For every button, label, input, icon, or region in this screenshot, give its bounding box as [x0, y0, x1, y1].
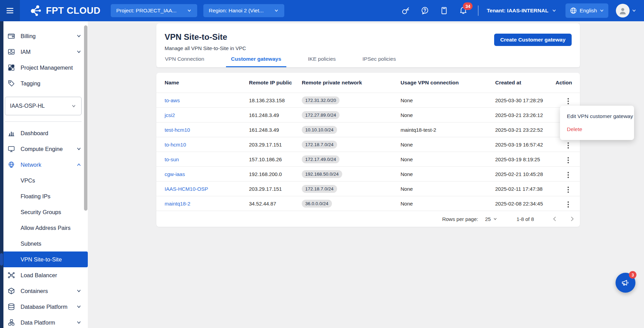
- remote-ip-cell: 34.52.44.87: [249, 201, 302, 207]
- sidebar-item-label: Containers: [21, 288, 48, 294]
- row-actions-kebab-icon[interactable]: [565, 141, 572, 150]
- sidebar-item-security-groups[interactable]: Security Groups: [3, 204, 88, 220]
- remote-private-network-pill: 172.31.32.0/20: [302, 96, 339, 104]
- created-at-cell: 2025-03-19 8:19:25: [495, 156, 556, 162]
- sidebar-item-floating-ips[interactable]: Floating IPs: [3, 188, 88, 204]
- docs-icon[interactable]: [440, 6, 449, 15]
- row-actions-kebab-icon[interactable]: [565, 185, 572, 194]
- gateway-name-link[interactable]: IAAS-HCM10-OSP: [165, 186, 249, 192]
- table-row: maintq18-2 34.52.44.87 36.0.0.0/24 None …: [156, 196, 580, 211]
- remote-ip-cell: 161.248.3.49: [249, 112, 302, 118]
- row-actions-kebab-icon[interactable]: [565, 156, 572, 165]
- sidebar-item-load-balancer[interactable]: Load Balancer: [3, 267, 88, 283]
- rows-per-page-select[interactable]: 25: [485, 216, 498, 222]
- sidebar-item-iam[interactable]: IAM: [3, 44, 88, 60]
- tab-ike-policies[interactable]: IKE policies: [303, 56, 341, 67]
- tag-icon: [8, 80, 15, 87]
- sidebar-item-label: Floating IPs: [21, 193, 50, 200]
- gateway-name-link[interactable]: to-sun: [165, 156, 249, 162]
- next-page-icon[interactable]: [569, 216, 575, 222]
- chevron-down-icon: [76, 49, 82, 55]
- column-header-name: Name: [165, 80, 249, 86]
- tab-vpn-connection[interactable]: VPN Connection: [160, 56, 210, 67]
- column-header-usage-vpn-connection: Usage VPN connection: [401, 80, 495, 86]
- navbar-right: 34 Tenant: IAAS-INTERNAL English: [391, 3, 636, 18]
- gateways-table-card: Name Remote IP public Remote private net…: [156, 73, 580, 227]
- sidebar-item-label: Security Groups: [21, 209, 61, 215]
- navbar-divider: [478, 5, 478, 16]
- remote-private-network-pill: 172.27.89.0/24: [302, 111, 339, 119]
- announcements-fab-button[interactable]: 3: [616, 273, 635, 293]
- sidebar-item-tagging[interactable]: Tagging: [3, 75, 88, 91]
- notifications-button[interactable]: 34: [459, 5, 468, 16]
- sidebar-scrollbar[interactable]: [84, 25, 87, 211]
- sidebar-item-vpn-site-to-site[interactable]: VPN Site-to-Site: [3, 251, 88, 267]
- fpt-cloud-logo[interactable]: FPT CLOUD: [29, 5, 100, 16]
- edit-vpn-customer-gateway-menu-item[interactable]: Edit VPN customer gateway: [560, 110, 634, 123]
- data-platform-icon: [8, 319, 15, 326]
- account-menu[interactable]: [616, 4, 636, 17]
- usage-vpn-connection-cell: None: [401, 97, 495, 103]
- remote-private-network-pill: 10.10.10.0/24: [302, 126, 337, 134]
- gateway-name-link[interactable]: to-aws: [165, 97, 249, 103]
- tenant-selector[interactable]: Tenant: IAAS-INTERNAL: [487, 8, 557, 14]
- row-actions-kebab-icon[interactable]: [565, 97, 572, 106]
- fab-badge: 3: [629, 271, 636, 279]
- bar-chart-icon: [8, 129, 15, 137]
- chevron-down-icon: [632, 8, 636, 13]
- created-at-cell: 2025-02-08 22:34:45: [495, 201, 556, 207]
- grid-icon: [8, 64, 15, 71]
- sidebar-item-compute-engine[interactable]: Compute Engine: [3, 141, 88, 157]
- tenant-label: Tenant: IAAS-INTERNAL: [487, 8, 548, 14]
- gateway-name-link[interactable]: cgw-iaas: [165, 171, 249, 177]
- menu-toggle-button[interactable]: [0, 0, 20, 21]
- gateway-name-link[interactable]: maintq18-2: [165, 201, 249, 207]
- id-badge-icon: [8, 48, 15, 56]
- gateway-name-link[interactable]: to-hcm10: [165, 142, 249, 148]
- sidebar-item-label: Project Management: [21, 65, 73, 71]
- remote-ip-cell: 203.29.17.151: [249, 186, 302, 192]
- sidebar-item-dashboard[interactable]: Dashboard: [3, 125, 88, 141]
- sidebar-item-label: Dashboard: [21, 130, 48, 137]
- delete-menu-item[interactable]: Delete: [560, 123, 634, 136]
- project-selector[interactable]: Project: PROJECT_IAA...: [111, 4, 197, 17]
- create-customer-gateway-button[interactable]: Create Customer gateway: [494, 34, 572, 46]
- load-balancer-icon: [8, 271, 15, 279]
- rows-per-page-label: Rows per page:: [442, 216, 478, 222]
- row-actions-kebab-icon[interactable]: [565, 171, 572, 179]
- sidebar-item-billing[interactable]: Billing: [3, 28, 88, 44]
- usage-vpn-connection-cell: None: [401, 186, 495, 192]
- row-actions-context-menu: Edit VPN customer gateway Delete: [560, 106, 634, 140]
- gateway-name-link[interactable]: jcsi2: [165, 112, 249, 118]
- hamburger-icon: [5, 6, 14, 15]
- sidebar-item-label: Allow Address Pairs: [21, 225, 71, 231]
- sidebar-item-allow-address-pairs[interactable]: Allow Address Pairs: [3, 220, 88, 236]
- chevron-down-icon: [76, 33, 82, 39]
- previous-page-icon[interactable]: [552, 216, 558, 222]
- usage-vpn-connection-cell: None: [401, 156, 495, 162]
- sidebar-item-database-platform[interactable]: Database Platform: [3, 299, 88, 315]
- sidebar-item-vpcs[interactable]: VPCs: [3, 173, 88, 188]
- vpc-selector[interactable]: IAAS-OSP-HL: [5, 97, 82, 115]
- usage-vpn-connection-cell: None: [401, 142, 495, 148]
- tab-ipsec-policies[interactable]: IPSec policies: [357, 56, 401, 67]
- remote-ip-cell: 161.248.3.49: [249, 127, 302, 133]
- page-title: VPN Site-to-Site: [165, 32, 246, 42]
- sidebar-item-label: Subnets: [21, 241, 41, 247]
- region-selector[interactable]: Region: Hanoi 2 (Viet...: [203, 4, 284, 17]
- row-actions-kebab-icon[interactable]: [565, 200, 572, 209]
- tab-customer-gateways[interactable]: Customer gateways: [226, 56, 286, 67]
- support-chat-icon[interactable]: [420, 6, 429, 15]
- sidebar: Billing IAM Project Management Tagging I…: [0, 21, 88, 328]
- sidebar-item-subnets[interactable]: Subnets: [3, 236, 88, 251]
- language-selector[interactable]: English: [565, 3, 608, 18]
- sidebar-item-network[interactable]: Network: [3, 157, 88, 173]
- sidebar-item-containers[interactable]: Containers: [3, 283, 88, 299]
- usage-vpn-connection-cell: None: [401, 201, 495, 207]
- key-icon[interactable]: [401, 6, 410, 15]
- sidebar-item-data-platform[interactable]: Data Platform: [3, 315, 88, 328]
- gateway-name-link[interactable]: test-hcm10: [165, 127, 249, 133]
- sidebar-item-project-management[interactable]: Project Management: [3, 60, 88, 75]
- table-row: to-hcm10 203.29.17.151 172.18.7.0/24 Non…: [156, 137, 580, 152]
- globe-icon: [570, 7, 577, 14]
